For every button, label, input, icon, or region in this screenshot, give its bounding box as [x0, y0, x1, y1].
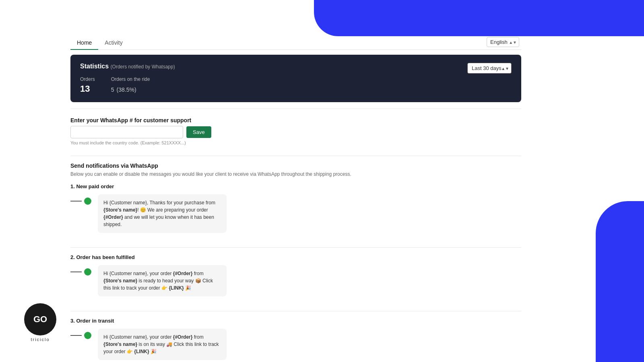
nav-tabs: Home Activity [70, 36, 521, 50]
language-select[interactable]: English Spanish French [487, 37, 519, 47]
stats-left: Statistics (Orders notified by Whatsapp)… [80, 63, 175, 94]
input-hint: You must include the country code. (Exam… [70, 140, 521, 145]
date-filter-wrapper[interactable]: Last 30 days Last 7 days Last 90 days ▲▼ [467, 63, 512, 74]
toggle-dot-2[interactable] [84, 268, 91, 276]
whatsapp-support-title: Enter your WhatsApp # for customer suppo… [70, 117, 521, 123]
notifications-description: Below you can enable or disable the mess… [70, 171, 521, 177]
notif-title-1: 1. New paid order [70, 183, 521, 189]
notif-item-3: Hi {Customer name}, your order {#Order} … [70, 329, 521, 360]
notifications-title: Send notifications via WhatsApp [70, 162, 521, 169]
orders-on-ride-percent: (38.5%) [117, 86, 136, 93]
message-bubble-3: Hi {Customer name}, your order {#Order} … [98, 329, 227, 360]
bg-shape-bottom [596, 201, 644, 362]
orders-on-ride-label: Orders on the ride [111, 76, 150, 82]
logo-circle: GO [24, 303, 56, 335]
toggle-dot-1[interactable] [84, 197, 91, 205]
toggle-1[interactable] [70, 197, 91, 205]
divider-1 [70, 109, 521, 109]
whatsapp-input-row: Save [70, 126, 521, 138]
notif-order-in-transit: 3. Order in transit Hi {Customer name}, … [70, 318, 521, 362]
orders-value: 13 [80, 84, 95, 94]
logo-initials: GO [33, 314, 47, 325]
main-container: Home Activity Statistics (Orders notifie… [70, 36, 521, 362]
toggle-3[interactable] [70, 332, 91, 339]
orders-on-ride-value: 5 (38.5%) [111, 84, 150, 94]
save-button[interactable]: Save [186, 126, 211, 138]
whatsapp-support-section: Enter your WhatsApp # for customer suppo… [70, 117, 521, 149]
toggle-line-1 [70, 201, 82, 202]
stats-title: Statistics [80, 63, 109, 70]
toggle-2[interactable] [70, 268, 91, 276]
stats-heading: Statistics (Orders notified by Whatsapp) [80, 63, 175, 70]
stats-subtitle: (Orders notified by Whatsapp) [111, 64, 175, 70]
stats-numbers: Orders 13 Orders on the ride 5 (38.5%) [80, 76, 175, 94]
notif-title-3: 3. Order in transit [70, 318, 521, 324]
tab-activity[interactable]: Activity [98, 36, 129, 50]
whatsapp-input[interactable] [70, 126, 183, 138]
notif-item-2: Hi {Customer name}, your order {#Order} … [70, 265, 521, 296]
divider-2 [70, 156, 521, 156]
message-bubble-1: Hi {Customer name}, Thanks for your purc… [98, 194, 227, 233]
orders-label: Orders [80, 76, 95, 82]
orders-on-ride-col: Orders on the ride 5 (38.5%) [111, 76, 150, 94]
toggle-line-3 [70, 335, 82, 336]
message-bubble-2: Hi {Customer name}, your order {#Order} … [98, 265, 227, 296]
notif-title-2: 2. Order has been fulfilled [70, 254, 521, 260]
logo: GO triciclo [24, 303, 56, 342]
notif-order-fulfilled: 2. Order has been fulfilled Hi {Customer… [70, 254, 521, 311]
date-filter-select[interactable]: Last 30 days Last 7 days Last 90 days [467, 63, 512, 74]
toggle-dot-3[interactable] [84, 332, 91, 339]
toggle-line-2 [70, 272, 82, 272]
tab-home[interactable]: Home [70, 36, 98, 50]
orders-col: Orders 13 [80, 76, 95, 94]
logo-subtitle: triciclo [31, 337, 50, 342]
notif-new-paid-order: 1. New paid order Hi {Customer name}, Th… [70, 183, 521, 248]
bg-shape-top [314, 0, 644, 36]
notif-item-1: Hi {Customer name}, Thanks for your purc… [70, 194, 521, 233]
language-selector[interactable]: English Spanish French ▲▼ [487, 37, 519, 47]
statistics-box: Statistics (Orders notified by Whatsapp)… [70, 55, 521, 102]
notifications-section: Send notifications via WhatsApp Below yo… [70, 162, 521, 362]
